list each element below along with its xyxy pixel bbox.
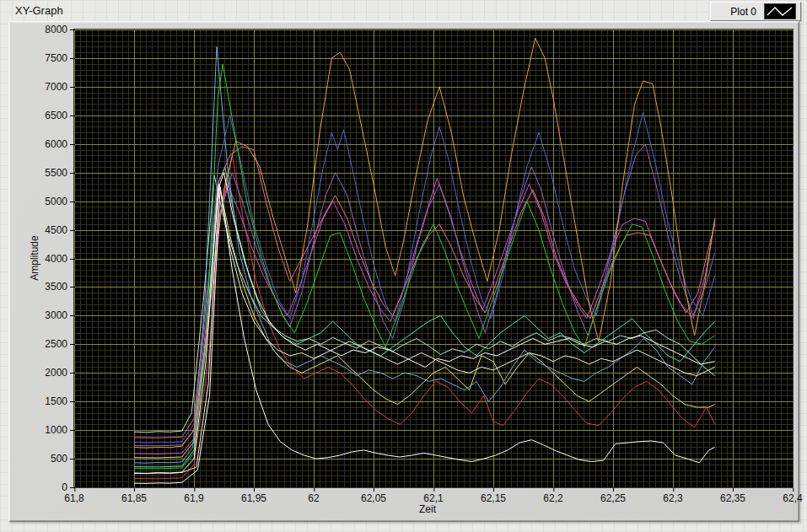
legend[interactable]: Plot 0 [710, 2, 801, 21]
y-tick-label: 5500 [13, 167, 67, 179]
zigzag-line-icon[interactable] [764, 3, 796, 19]
x-tick-label: 62,15 [481, 488, 506, 504]
series-blue [134, 112, 715, 443]
y-tick-label: 6500 [13, 110, 67, 121]
y-tick-label: 3000 [13, 309, 67, 321]
x-axis-title: Zeit [419, 503, 436, 515]
y-tick-label: 1500 [13, 395, 67, 407]
y-tick-label: 5000 [13, 196, 67, 207]
x-tick-label: 62,1 [423, 488, 443, 504]
y-tick-label: 0 [13, 481, 67, 493]
y-tick-label: 1000 [13, 424, 67, 436]
x-axis-labels: 61,861,8561,961,956262,0562,162,1562,262… [74, 488, 793, 505]
series-skyblue [134, 46, 715, 463]
x-tick-label: 62,35 [720, 488, 745, 504]
plot-svg[interactable] [74, 30, 793, 487]
x-tick-label: 62,4 [783, 488, 802, 504]
x-tick-label: 62 [308, 488, 319, 504]
y-tick-label: 7500 [13, 52, 67, 64]
x-tick-label: 61,95 [241, 488, 266, 504]
x-tick-label: 62,25 [600, 488, 626, 504]
x-tick-label: 61,9 [184, 488, 203, 504]
y-tick-label: 4500 [13, 224, 67, 236]
x-tick-label: 62,05 [361, 488, 386, 504]
front-panel: { "window": { "title": "XY-Graph" }, "le… [0, 0, 807, 532]
plot-area[interactable] [74, 30, 793, 487]
legend-plot-label[interactable]: Plot 0 [730, 6, 756, 18]
y-axis-title: Amplitude [29, 235, 40, 280]
y-tick-label: 8000 [13, 24, 67, 35]
y-tick-label: 500 [13, 453, 67, 465]
y-tick-label: 6000 [13, 138, 67, 150]
x-tick-label: 61,85 [121, 488, 147, 504]
y-tick-label: 2500 [13, 338, 67, 350]
series-purple [134, 144, 715, 446]
graph-title: XY-Graph [15, 4, 63, 17]
x-tick-label: 62,2 [543, 488, 562, 504]
series-paleyellow [134, 184, 715, 458]
x-tick-label: 61,8 [64, 488, 83, 504]
y-tick-label: 4000 [13, 253, 67, 265]
y-axis-labels: 8000750070006500600055005000450040003500… [13, 30, 67, 487]
y-tick-label: 2000 [13, 367, 67, 379]
y-tick-label: 7000 [13, 81, 67, 93]
x-tick-label: 62,3 [663, 488, 682, 504]
y-tick-label: 3500 [13, 281, 67, 293]
series-white-low [134, 187, 715, 484]
